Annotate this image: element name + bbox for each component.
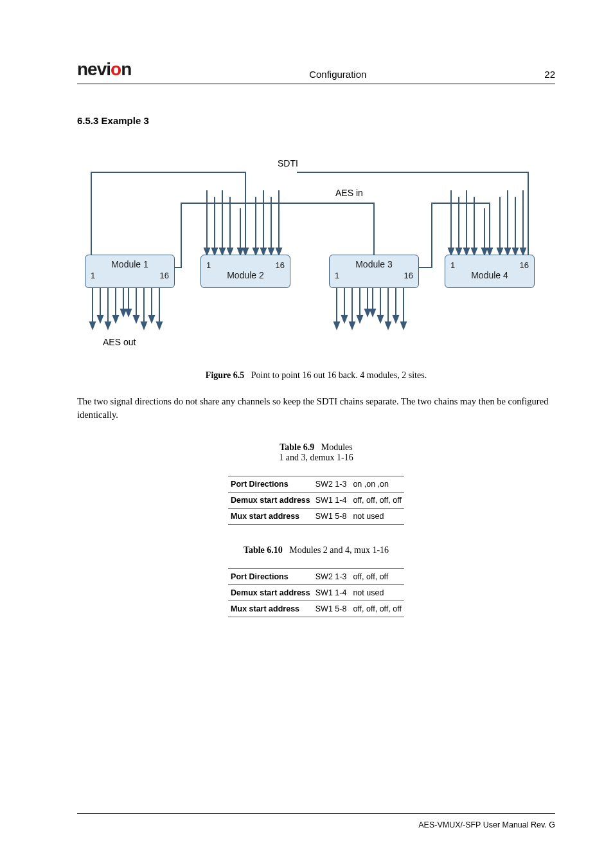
svg-marker-75 [370,309,375,316]
svg-marker-18 [269,248,274,255]
table-row: Port DirectionsSW2 1-3off, off, off [228,569,404,585]
diagram-module-4: 116 Module 4 [445,255,535,288]
module-lo: 1 [91,271,95,280]
section-heading: 6.5.3 Example 3 [77,115,555,126]
svg-marker-52 [105,322,111,329]
svg-marker-39 [520,248,526,255]
svg-marker-79 [401,322,406,329]
brand-suffix: n [121,59,131,79]
cell-switch: SW2 1-3 [313,569,351,585]
cell-value: off, off, off, off [350,601,404,617]
svg-marker-70 [334,322,339,329]
cell-key: Port Directions [228,476,313,493]
cell-switch: SW1 5-8 [313,601,351,617]
brand-prefix: nevi [77,59,111,79]
svg-marker-57 [141,322,147,329]
cell-switch: SW2 1-3 [313,476,351,493]
figure-caption: Figure 6.5 Point to point 16 out 16 back… [77,370,555,381]
svg-marker-12 [220,248,225,255]
table-text-line1: Modules [321,442,353,452]
svg-marker-53 [113,316,118,322]
header-title: Configuration [309,69,366,80]
svg-marker-72 [350,322,355,329]
cell-value: off, off, off, off [350,493,404,509]
svg-marker-78 [393,316,398,322]
table9-caption: Table 6.9 Modules 1 and 3, demux 1-16 [77,442,555,463]
cell-switch: SW1 1-4 [313,585,351,601]
table-row: Mux start addressSW1 5-8not used [228,509,404,525]
figure-label: Figure 6.5 [206,370,244,380]
module-hi: 16 [276,260,285,270]
footer-text: AES-VMUX/-SFP User Manual Rev. G [77,820,555,829]
svg-marker-50 [90,322,95,329]
svg-marker-19 [276,248,281,255]
module-lo: 1 [335,271,339,280]
cell-key: Mux start address [228,601,313,617]
svg-marker-31 [456,248,461,255]
diagram-module-3: Module 3 116 [329,255,419,288]
svg-marker-17 [261,248,266,255]
table-label: Table 6.10 [244,545,283,555]
svg-marker-32 [464,248,469,255]
table-6-9: Port DirectionsSW2 1-3on ,on ,on Demux s… [228,476,404,525]
svg-marker-33 [472,248,477,255]
cell-value: on ,on ,on [350,476,404,493]
svg-marker-35 [487,248,492,255]
brand-logo: nevion [77,59,131,80]
svg-marker-13 [227,248,233,255]
cell-value: not used [350,585,404,601]
page-number: 22 [544,69,555,80]
diagram-module-2: 116 Module 2 [200,255,290,288]
svg-marker-76 [378,316,383,322]
figure-text: Point to point 16 out 16 back. 4 modules… [251,370,427,380]
module-lo: 1 [206,260,211,270]
module-hi: 16 [520,260,529,270]
diagram-module-1: Module 1 116 [85,255,175,288]
svg-marker-38 [513,248,518,255]
cell-value: off, off, off [350,569,404,585]
brand-accent: o [111,59,121,79]
cell-value: not used [350,509,404,525]
svg-marker-74 [365,309,370,316]
table10-caption: Table 6.10 Modules 2 and 4, mux 1-16 [77,545,555,556]
svg-marker-59 [157,322,162,329]
figure-diagram: SDTI AES in AES out [77,158,555,351]
svg-marker-55 [126,309,131,316]
table-label: Table 6.9 [280,442,314,452]
svg-marker-51 [98,316,103,322]
svg-marker-54 [121,309,126,316]
page-header: nevion Configuration 22 [77,59,555,84]
module-name: Module 1 [111,259,148,269]
svg-marker-77 [386,322,391,329]
module-name: Module 2 [227,270,264,280]
svg-marker-30 [449,248,454,255]
cell-key: Demux start address [228,585,313,601]
table-row: Demux start addressSW1 1-4not used [228,585,404,601]
table-text-line2: 1 and 3, demux 1-16 [279,453,353,462]
cell-key: Mux start address [228,509,313,525]
module-name: Module 4 [471,270,508,280]
svg-marker-15 [243,248,248,255]
module-hi: 16 [404,271,413,280]
header-rule [77,84,555,84]
svg-marker-36 [497,248,502,255]
table-row: Demux start addressSW1 1-4off, off, off,… [228,493,404,509]
svg-marker-71 [342,316,347,322]
table-text: Modules 2 and 4, mux 1-16 [289,545,389,555]
svg-marker-10 [204,248,209,255]
footer-rule [77,813,555,814]
svg-marker-34 [482,248,487,255]
table-row: Mux start addressSW1 5-8off, off, off, o… [228,601,404,617]
module-name: Module 3 [355,259,393,269]
table-6-10: Port DirectionsSW2 1-3off, off, off Demu… [228,568,404,617]
cell-switch: SW1 1-4 [313,493,351,509]
cell-switch: SW1 5-8 [313,509,351,525]
svg-marker-14 [238,248,243,255]
page-footer: AES-VMUX/-SFP User Manual Rev. G [77,813,555,829]
table-row: Port DirectionsSW2 1-3on ,on ,on [228,476,404,493]
body-paragraph: The two signal directions do not share a… [77,395,555,422]
module-lo: 1 [450,260,455,270]
svg-marker-16 [253,248,258,255]
module-hi: 16 [160,271,169,280]
cell-key: Demux start address [228,493,313,509]
